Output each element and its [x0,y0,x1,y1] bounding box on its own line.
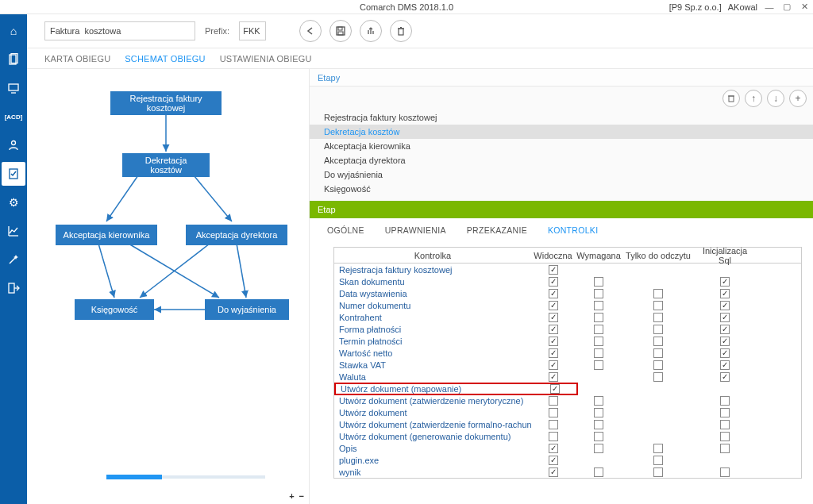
control-name[interactable]: Forma płatności [334,325,531,334]
checkbox[interactable]: ✓ [720,444,730,453]
tab-settings[interactable]: USTAWIENIA OBIEGU [220,54,312,63]
node-akceptacja-kierownika[interactable]: Akceptacja kierownika [56,225,157,245]
checkbox[interactable]: ✓ [594,432,603,441]
node-do-wyjasnienia[interactable]: Do wyjaśnienia [205,299,289,320]
checkbox[interactable]: ✓ [653,301,663,310]
nav-settings-icon[interactable]: ⚙ [2,190,25,214]
stage-item[interactable]: Akceptacja dyrektora [310,153,813,167]
checkbox[interactable]: ✓ [720,432,730,441]
checkbox[interactable]: ✓ [594,360,603,370]
control-name[interactable]: Stawka VAT [334,360,531,370]
control-name[interactable]: Skan dokumentu [334,277,531,287]
node-ksiegowosc[interactable]: Księgowość [75,299,154,320]
checkbox[interactable]: ✓ [549,348,558,358]
export-button[interactable] [360,20,382,42]
tab-schema[interactable]: SCHEMAT OBIEGU [125,54,205,63]
checkbox[interactable]: ✓ [720,337,730,346]
checkbox[interactable]: ✓ [594,467,603,477]
checkbox[interactable]: ✓ [653,313,663,322]
checkbox[interactable]: ✓ [549,337,558,346]
checkbox[interactable]: ✓ [549,467,558,477]
stage-delete-button[interactable] [722,90,740,107]
stage-item[interactable]: Akceptacja kierownika [310,139,813,153]
node-akceptacja-dyrektora[interactable]: Akceptacja dyrektora [186,225,287,245]
save-button[interactable] [329,20,352,42]
checkbox[interactable]: ✓ [720,301,730,310]
back-button[interactable] [299,20,322,42]
checkbox[interactable]: ✓ [653,289,663,298]
workflow-scroll-thumb[interactable] [106,475,162,479]
checkbox[interactable]: ✓ [594,420,603,429]
control-name[interactable]: Opis [334,444,531,453]
checkbox[interactable]: ✓ [720,408,730,417]
control-name[interactable]: Utwórz dokument (mapowanie) [336,384,533,394]
control-name[interactable]: Utwórz dokument (generowanie dokumentu) [334,432,531,441]
etap-tab-controls[interactable]: KONTROLKI [548,225,598,235]
checkbox[interactable]: ✓ [594,277,603,287]
stage-down-button[interactable]: ↓ [767,90,784,107]
control-name[interactable]: wynik [334,467,531,477]
checkbox[interactable]: ✓ [653,467,663,477]
stage-up-button[interactable]: ↑ [745,90,762,107]
checkbox[interactable]: ✓ [653,456,663,465]
checkbox[interactable]: ✓ [594,408,603,417]
zoom-in-button[interactable]: + [289,491,294,501]
workflow-name-input[interactable] [44,21,195,40]
control-name[interactable]: Wartość netto [334,348,531,358]
node-rejestracja[interactable]: Rejestracja faktury kosztowej [110,91,222,115]
control-name[interactable]: Utwórz dokument [334,408,531,417]
checkbox[interactable]: ✓ [550,384,560,394]
checkbox[interactable]: ✓ [653,360,663,370]
checkbox[interactable]: ✓ [549,289,558,298]
checkbox[interactable]: ✓ [549,432,558,441]
control-name[interactable]: Waluta [334,372,531,382]
checkbox[interactable]: ✓ [549,396,558,406]
checkbox[interactable]: ✓ [549,301,558,310]
nav-reports-icon[interactable] [2,219,25,243]
etap-tab-permissions[interactable]: UPRAWNIENIA [385,225,446,235]
tab-card[interactable]: KARTA OBIEGU [44,54,110,63]
stage-item[interactable]: Księgowość [310,182,813,196]
checkbox[interactable]: ✓ [653,348,663,358]
checkbox[interactable]: ✓ [653,337,663,346]
checkbox[interactable]: ✓ [720,360,730,370]
control-name[interactable]: Data wystawienia [334,289,531,298]
nav-acd-icon[interactable]: [ACD] [2,105,25,129]
zoom-out-button[interactable]: − [299,491,304,501]
checkbox[interactable]: ✓ [549,360,558,370]
control-name[interactable]: Kontrahent [334,313,531,322]
checkbox[interactable]: ✓ [720,289,730,298]
control-name[interactable]: plugin.exe [334,456,531,465]
checkbox[interactable]: ✓ [720,277,730,287]
checkbox[interactable]: ✓ [720,325,730,334]
checkbox[interactable]: ✓ [720,313,730,322]
checkbox[interactable]: ✓ [549,277,558,287]
control-name[interactable]: Numer dokumentu [334,301,531,310]
checkbox[interactable]: ✓ [653,325,663,334]
nav-workflow-icon[interactable] [2,162,25,186]
node-dekretacja[interactable]: Dekretacja kosztów [122,153,210,177]
checkbox[interactable]: ✓ [549,313,558,322]
nav-users-icon[interactable] [2,133,25,157]
checkbox[interactable]: ✓ [549,420,558,429]
nav-home-icon[interactable]: ⌂ [2,19,25,43]
checkbox[interactable]: ✓ [594,313,603,322]
control-name[interactable]: Termin płatności [334,337,531,346]
prefix-input[interactable] [239,21,266,40]
nav-documents-icon[interactable] [2,48,25,71]
stage-item[interactable]: Rejestracja faktury kosztowej [310,110,813,125]
checkbox[interactable]: ✓ [720,372,730,382]
checkbox[interactable]: ✓ [549,444,558,453]
etap-tab-general[interactable]: OGÓLNE [327,225,364,235]
nav-wand-icon[interactable] [2,248,25,271]
etap-tab-transfer[interactable]: PRZEKAZANIE [467,225,527,235]
checkbox[interactable]: ✓ [549,265,558,275]
checkbox[interactable]: ✓ [594,325,603,334]
delete-button[interactable] [390,20,412,42]
checkbox[interactable]: ✓ [720,348,730,358]
maximize-button[interactable]: ▢ [781,2,792,13]
checkbox[interactable]: ✓ [720,467,730,477]
checkbox[interactable]: ✓ [549,372,558,382]
control-name[interactable]: Utwórz dokument (zatwierdzenie merytoryc… [334,396,531,406]
workflow-scroll-track[interactable] [106,475,265,479]
